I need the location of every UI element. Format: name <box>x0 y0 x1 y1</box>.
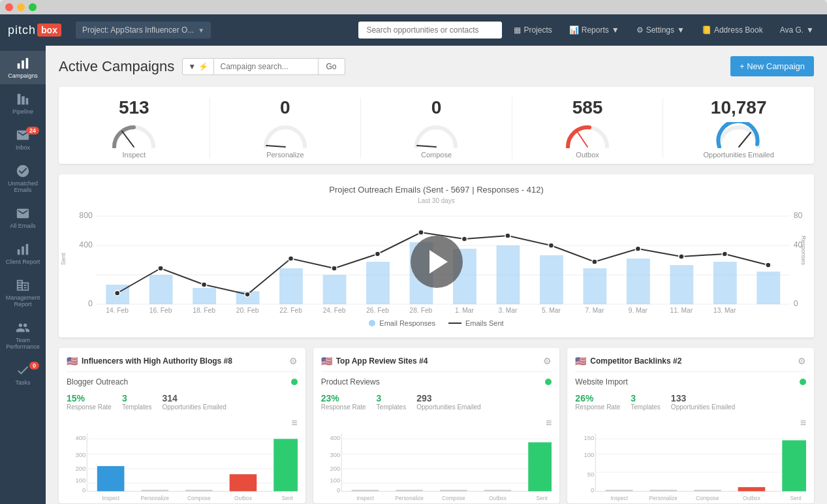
svg-text:800: 800 <box>79 211 93 220</box>
svg-rect-32 <box>584 268 607 304</box>
card-1-opportunities: 314 Opportunities Emailed <box>163 393 226 411</box>
sidebar-item-client-report[interactable]: Client Report <box>0 237 46 270</box>
svg-rect-34 <box>670 265 693 304</box>
card-3-gear-icon[interactable]: ⚙ <box>798 356 806 366</box>
svg-line-6 <box>122 131 134 147</box>
card-2-gear-icon[interactable]: ⚙ <box>543 356 552 366</box>
svg-text:Personalize: Personalize <box>395 495 424 501</box>
svg-rect-100 <box>351 490 379 491</box>
main-layout: Campaigns Pipeline 24 Inbox Unmatched Em… <box>0 46 827 504</box>
stat-inspect-gauge <box>108 122 160 148</box>
content-area: Active Campaigns ▼ ⚡ Go + New Campaign 5… <box>46 46 827 504</box>
card-3-sub-header: Website Import <box>575 377 806 386</box>
logo-pitch-text: pitch <box>8 24 36 37</box>
stat-personalize-value: 0 <box>280 97 290 118</box>
card-1-chart-menu[interactable]: ≡ <box>67 417 298 429</box>
svg-point-42 <box>332 266 337 271</box>
sidebar-item-campaigns[interactable]: Campaigns <box>0 51 46 84</box>
play-button[interactable] <box>411 236 463 288</box>
project-selector[interactable]: Project: AppStars Influencer O... ▼ <box>76 22 211 39</box>
logo-box-text: box <box>37 24 61 37</box>
card-2-response-rate-value: 23% <box>321 393 366 403</box>
svg-rect-4 <box>22 246 24 255</box>
settings-nav-button[interactable]: ⚙ Settings ▼ <box>631 23 690 37</box>
sidebar-item-pipeline[interactable]: Pipeline <box>0 87 46 120</box>
svg-rect-25 <box>279 268 303 304</box>
minimize-button[interactable] <box>17 3 25 11</box>
close-button[interactable] <box>5 3 13 11</box>
card-2-response-rate: 23% Response Rate <box>321 393 366 411</box>
new-campaign-button[interactable]: + New Campaign <box>730 56 814 76</box>
chart-y-right-label: Responses <box>800 236 806 265</box>
card-1-chart-svg: 400 300 200 100 0 <box>67 432 298 503</box>
card-3-chart-svg: 150 100 50 0 Inspect Pe <box>575 432 806 503</box>
search-input[interactable] <box>358 22 502 39</box>
svg-text:Outbox: Outbox <box>489 495 507 501</box>
card-2-chart-menu[interactable]: ≡ <box>321 417 552 429</box>
chart-subtitle: Last 30 days <box>69 197 804 204</box>
svg-text:28. Feb: 28. Feb <box>410 307 433 314</box>
go-button[interactable]: Go <box>319 58 345 75</box>
card-3-chart-menu[interactable]: ≡ <box>575 417 806 429</box>
svg-text:14. Feb: 14. Feb <box>106 307 129 314</box>
filter-button[interactable]: ▼ ⚡ <box>182 58 213 75</box>
window-chrome <box>0 0 827 14</box>
svg-rect-3 <box>18 249 20 255</box>
sidebar-item-unmatched[interactable]: Unmatched Emails <box>0 159 46 198</box>
legend-sent: Emails Sent <box>448 319 504 327</box>
reports-nav-button[interactable]: 📊 Reports ▼ <box>564 23 625 37</box>
all-emails-icon <box>16 206 30 221</box>
svg-text:100: 100 <box>330 477 340 484</box>
card-3-response-rate-label: Response Rate <box>575 403 620 411</box>
sidebar: Campaigns Pipeline 24 Inbox Unmatched Em… <box>0 46 46 504</box>
card-3-templates-label: Templates <box>631 403 661 411</box>
svg-rect-104 <box>528 443 552 492</box>
svg-point-49 <box>635 246 640 251</box>
card-3-status-dot <box>800 379 806 385</box>
address-book-nav-button[interactable]: 📒 Address Book <box>696 23 768 37</box>
svg-text:0: 0 <box>88 299 93 308</box>
svg-rect-33 <box>627 259 650 304</box>
svg-point-38 <box>158 266 163 271</box>
svg-text:50: 50 <box>587 471 594 478</box>
campaign-card-2: 🇺🇸 Top App Review Sites #4 ⚙ Product Rev… <box>313 348 560 503</box>
stat-opportunities-value: 10,787 <box>711 97 767 118</box>
sidebar-item-all-emails[interactable]: All Emails <box>0 201 46 234</box>
svg-point-50 <box>679 254 684 259</box>
stat-compose-gauge <box>410 122 462 148</box>
tasks-icon <box>16 363 30 377</box>
stat-opportunities-label: Opportunities Emailed <box>704 151 774 159</box>
sidebar-item-label: Team Performance <box>3 337 43 350</box>
campaign-card-1: 🇺🇸 Influencers with High Authority Blogs… <box>59 348 305 503</box>
svg-line-9 <box>577 131 587 147</box>
svg-rect-122 <box>738 487 766 491</box>
svg-point-48 <box>592 259 597 264</box>
svg-rect-22 <box>149 275 173 304</box>
card-2-response-rate-label: Response Rate <box>321 403 366 411</box>
top-nav: pitch box Project: AppStars Influencer O… <box>0 14 827 46</box>
sidebar-item-tasks[interactable]: 0 Tasks <box>0 358 46 391</box>
card-3-stats: 26% Response Rate 3 Templates 133 Opport… <box>575 393 806 411</box>
sidebar-item-management-report[interactable]: Management Report <box>0 273 46 313</box>
projects-nav-button[interactable]: ▦ Projects <box>508 23 557 37</box>
sidebar-item-team-performance[interactable]: Team Performance <box>0 315 46 355</box>
legend-sent-line <box>448 323 461 324</box>
card-3-header: 🇺🇸 Competitor Backlinks #2 ⚙ <box>575 356 806 372</box>
svg-point-52 <box>766 262 771 268</box>
svg-text:400: 400 <box>79 240 93 249</box>
page-header: Active Campaigns ▼ ⚡ Go + New Campaign <box>59 56 814 76</box>
card-2-sub-header: Product Reviews <box>321 377 552 386</box>
card-1-gear-icon[interactable]: ⚙ <box>289 356 298 366</box>
svg-text:Compose: Compose <box>187 495 211 501</box>
campaign-search-input[interactable] <box>214 58 319 75</box>
svg-point-37 <box>115 291 120 296</box>
card-2-flag: 🇺🇸 <box>321 356 332 366</box>
maximize-button[interactable] <box>29 3 37 11</box>
play-triangle-icon <box>429 250 448 274</box>
svg-text:Sent: Sent <box>282 495 294 501</box>
user-menu-button[interactable]: Ava G. ▼ <box>775 23 819 37</box>
svg-text:150: 150 <box>584 435 595 441</box>
chart-area: Sent 800 400 0 80 40 0 <box>69 210 804 314</box>
sidebar-item-inbox[interactable]: 24 Inbox <box>0 123 46 156</box>
stat-personalize: 0 Personalize <box>210 97 362 159</box>
